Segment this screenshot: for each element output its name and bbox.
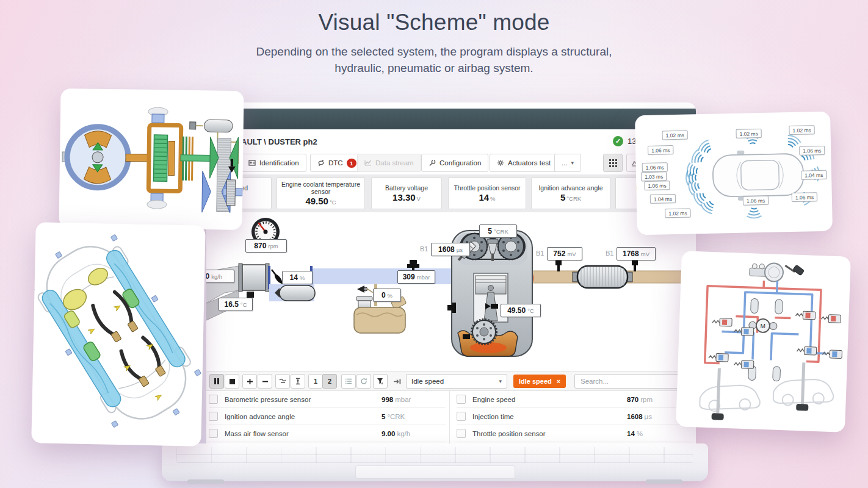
table-row[interactable]: Throttle position sensor 14% bbox=[457, 425, 691, 442]
label-injection-time: 1608µs bbox=[431, 243, 470, 256]
tab-data-stream[interactable]: Data stream bbox=[357, 154, 421, 172]
page-title: Visual "Scheme" mode bbox=[0, 10, 868, 35]
brake-pedal-booster bbox=[749, 262, 804, 282]
minus-icon bbox=[262, 378, 269, 385]
check-circle-icon: ✓ bbox=[613, 136, 623, 146]
active-filter-chip[interactable]: Idle speed × bbox=[513, 375, 566, 388]
interval-button[interactable] bbox=[291, 374, 305, 389]
catalytic-converter-icon bbox=[573, 266, 632, 288]
sensor-time-label: 1.06 ms bbox=[648, 145, 674, 155]
more-tabs-button[interactable]: ... ▾ bbox=[554, 154, 581, 172]
tab-dtc[interactable]: DTC 1 bbox=[310, 154, 364, 172]
bank-label-o2-upstream: B1 bbox=[536, 249, 544, 257]
zoom-in-button[interactable] bbox=[242, 374, 257, 389]
page-background: Visual "Scheme" mode Depending on the se… bbox=[0, 0, 868, 488]
parameters-table: Barometric pressure sensor 998mbar Ignit… bbox=[206, 391, 696, 444]
row-checkbox[interactable] bbox=[457, 412, 466, 421]
svg-text:M: M bbox=[761, 323, 766, 329]
table-row[interactable]: Engine speed 870rpm bbox=[457, 391, 691, 408]
sensor-card-throttle-position: Throttle position sensor 14% bbox=[448, 178, 526, 209]
pause-button[interactable] bbox=[209, 374, 224, 389]
laptop-keyboard bbox=[176, 447, 693, 463]
airbag-system-illustration bbox=[31, 222, 206, 447]
stop-button[interactable] bbox=[225, 374, 239, 389]
row-checkbox[interactable] bbox=[209, 429, 218, 438]
sensor-time-label: 1.02 ms bbox=[736, 129, 762, 138]
tab-actuators-test[interactable]: Actuators test bbox=[490, 154, 558, 172]
breadcrumb: AULT \ DUSTER ph2 bbox=[241, 137, 317, 146]
preset-dropdown[interactable]: Idle speed ▾ bbox=[406, 374, 507, 389]
column-divider bbox=[449, 391, 450, 444]
sensor-card-ignition-advance: Ignition advance angle 5°CRK bbox=[531, 178, 610, 209]
grid-view-button[interactable] bbox=[603, 154, 623, 172]
page-subtitle-line2: hydraulic, pneumatic or airbag system. bbox=[0, 60, 868, 76]
card-transmission-scheme bbox=[59, 88, 244, 230]
dtc-icon bbox=[317, 159, 325, 167]
refresh-icon bbox=[360, 378, 367, 385]
speaker-icon bbox=[393, 378, 401, 385]
grid-view-icon bbox=[609, 159, 617, 167]
chip-remove-icon[interactable]: × bbox=[557, 378, 560, 385]
sensor-time-label: 1.02 ms bbox=[662, 131, 689, 140]
view-1-button[interactable]: 1 bbox=[308, 374, 323, 389]
table-row[interactable]: Mass air flow sensor 9.00kg/h bbox=[209, 425, 446, 442]
smoothing-button[interactable] bbox=[275, 374, 290, 389]
id-card-icon bbox=[248, 159, 256, 167]
car-top-view bbox=[712, 149, 804, 201]
actuators-test-icon bbox=[497, 159, 504, 167]
list-button[interactable] bbox=[341, 374, 356, 389]
laptop-trackpad bbox=[355, 465, 515, 479]
label-o2-downstream: 1768mV bbox=[617, 247, 656, 260]
row-checkbox[interactable] bbox=[209, 412, 218, 421]
laptop-screen: AULT \ DUSTER ph2 ✓ 13. Identification D… bbox=[206, 102, 696, 444]
filter-icon bbox=[377, 378, 384, 385]
label-purge-valve: 0% bbox=[373, 289, 401, 302]
tab-identification[interactable]: Identification bbox=[241, 154, 306, 172]
breadcrumb-row: AULT \ DUSTER ph2 ✓ 13. bbox=[206, 129, 696, 154]
zoom-out-button[interactable] bbox=[258, 374, 272, 389]
table-row[interactable]: Barometric pressure sensor 998mbar bbox=[209, 391, 446, 408]
filter-button[interactable] bbox=[373, 374, 388, 389]
label-coolant-temp: 49.50°C bbox=[501, 304, 541, 317]
label-manifold-pressure: 309mbar bbox=[397, 270, 435, 284]
label-intake-air-temp: 16.5°C bbox=[219, 298, 253, 311]
sensor-card-strip: Engine speed 870rpm Engine coolant tempe… bbox=[206, 174, 696, 212]
label-ignition-advance: 5°CRK bbox=[479, 224, 517, 238]
sensor-time-label: 1.06 ms bbox=[792, 192, 818, 202]
i-beam-icon bbox=[294, 378, 302, 385]
label-throttle-position: 14% bbox=[282, 271, 313, 284]
sensor-time-label: 1.06 ms bbox=[743, 196, 769, 206]
sensor-time-label: 1.06 ms bbox=[799, 146, 825, 156]
configuration-icon bbox=[429, 159, 436, 167]
sensor-time-label: 1.04 ms bbox=[801, 170, 827, 180]
table-row[interactable]: Injection time 1608µs bbox=[457, 408, 691, 425]
row-checkbox[interactable] bbox=[457, 429, 466, 438]
pause-icon bbox=[214, 378, 220, 384]
table-row[interactable]: Ignition advance angle 5°CRK bbox=[209, 408, 446, 425]
search-input[interactable] bbox=[574, 374, 680, 389]
row-checkbox[interactable] bbox=[457, 395, 466, 404]
card-parking-sensors-scheme: 1.02 ms 1.06 ms 1.06 ms 1.03 ms 1.06 ms … bbox=[635, 112, 833, 235]
sensor-time-label: 1.04 ms bbox=[650, 194, 676, 204]
sensor-time-label: 1.02 ms bbox=[665, 208, 691, 218]
tab-configuration[interactable]: Configuration bbox=[421, 154, 488, 172]
hero-section: Visual "Scheme" mode Depending on the se… bbox=[0, 10, 868, 76]
dtc-badge: 1 bbox=[347, 159, 356, 168]
sensor-card-coolant-temp: Engine coolant temperature sensor 49.50°… bbox=[277, 178, 365, 209]
engine-scheme: 870rpm 9.00kg/h 16.5°C 14% 309mbar 0% B1… bbox=[206, 212, 696, 371]
sensor-time-label: 1.02 ms bbox=[789, 125, 815, 135]
sensor-time-label: 1.06 ms bbox=[644, 181, 670, 190]
label-engine-speed: 870rpm bbox=[245, 239, 287, 253]
sound-button[interactable] bbox=[389, 374, 404, 389]
label-mass-air-flow: 9.00kg/h bbox=[206, 270, 234, 283]
view-2-button[interactable]: 2 bbox=[322, 374, 337, 389]
engine-scheme-illustration bbox=[206, 212, 696, 371]
page-subtitle-line1: Depending on the selected system, the pr… bbox=[0, 43, 868, 60]
transmission-illustration bbox=[59, 88, 244, 230]
tab-bar: Identification DTC 1 Data stream Configu… bbox=[206, 154, 696, 174]
refresh-button[interactable] bbox=[356, 374, 371, 389]
row-checkbox[interactable] bbox=[209, 395, 218, 404]
wave-icon bbox=[279, 378, 286, 384]
bank-label-o2-downstream: B1 bbox=[606, 249, 613, 257]
list-icon bbox=[345, 378, 352, 384]
